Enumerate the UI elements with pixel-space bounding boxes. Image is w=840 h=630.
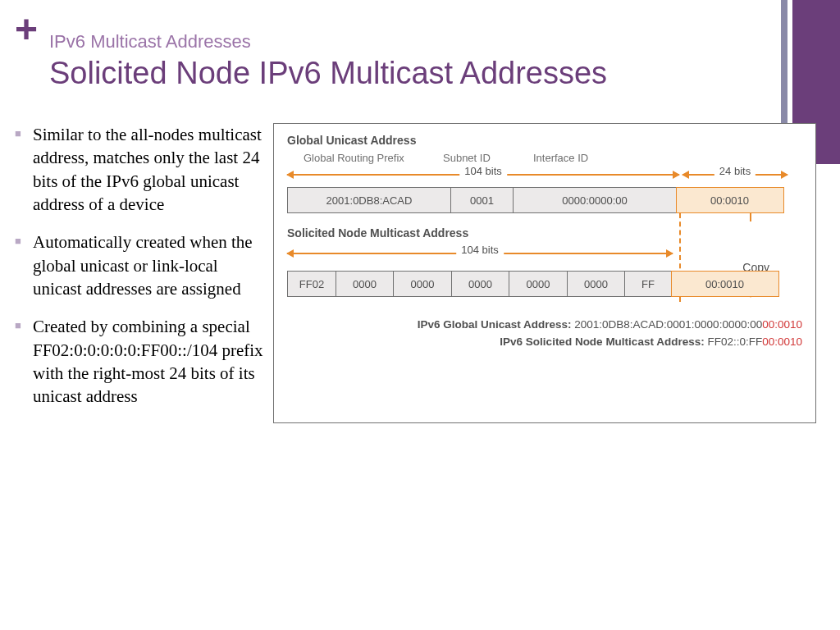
slide-header: IPv6 Multicast Addresses Solicited Node … <box>49 31 607 91</box>
footer-value: FF02::0:FF <box>707 336 762 348</box>
sublabel: Interface ID <box>533 152 640 164</box>
diagram-section-title: Solicited Node Multicast Address <box>287 226 673 240</box>
cell: 2001:0DB8:ACAD <box>287 187 451 213</box>
cell-highlight: 00:0010 <box>676 187 784 213</box>
cell: 0001 <box>450 187 514 213</box>
address-cells: FF02 0000 0000 0000 0000 0000 FF 00:0010 <box>287 271 802 297</box>
footer-label: IPv6 Solicited Node Multicast Address: <box>500 336 704 348</box>
diagram-sublabels: Global Routing Prefix Subnet ID Interfac… <box>304 152 802 164</box>
copy-group: Copy Solicited Node Multicast Address 10… <box>287 213 802 271</box>
bullet-item: Similar to the all-nodes multicast addre… <box>15 123 265 216</box>
diagram-section-title: Global Unicast Address <box>287 134 802 147</box>
bullet-item: Created by combining a special FF02:0:0:… <box>15 315 265 408</box>
diagram-footer: IPv6 Global Unicast Address: 2001:0DB8:A… <box>287 318 802 348</box>
arrow-label: 104 bits <box>456 244 504 256</box>
footer-value: 2001:0DB8:ACAD:0001:0000:0000:00 <box>574 318 762 331</box>
footer-label: IPv6 Global Unicast Address: <box>418 318 572 331</box>
bullet-list: Similar to the all-nodes multicast addre… <box>15 123 273 423</box>
eyebrow-text: IPv6 Multicast Addresses <box>49 31 607 52</box>
cell: 0000 <box>509 271 568 297</box>
plus-icon: + <box>15 10 38 49</box>
cell: 0000:0000:00 <box>513 187 677 213</box>
address-diagram: Global Unicast Address Global Routing Pr… <box>273 123 816 423</box>
cell: 0000 <box>451 271 510 297</box>
cell: 0000 <box>567 271 626 297</box>
slide-content: Similar to the all-nodes multicast addre… <box>15 123 827 423</box>
cell: 0000 <box>336 271 395 297</box>
footer-value-red: 00:0010 <box>762 318 802 331</box>
bullet-item: Automatically created when the global un… <box>15 231 265 300</box>
cell: FF02 <box>287 271 336 297</box>
cell-highlight: 00:0010 <box>671 271 779 297</box>
cell: 0000 <box>393 271 452 297</box>
cell: FF <box>624 271 672 297</box>
arrow-label: 104 bits <box>459 165 507 177</box>
slide-title: Solicited Node IPv6 Multicast Addresses <box>49 56 607 91</box>
arrow-label: 24 bits <box>714 165 756 177</box>
address-cells: 2001:0DB8:ACAD 0001 0000:0000:00 00:0010 <box>287 187 802 213</box>
footer-value-red: 00:0010 <box>762 336 802 348</box>
sublabel: Global Routing Prefix <box>304 152 443 164</box>
sublabel: Subnet ID <box>443 152 533 164</box>
